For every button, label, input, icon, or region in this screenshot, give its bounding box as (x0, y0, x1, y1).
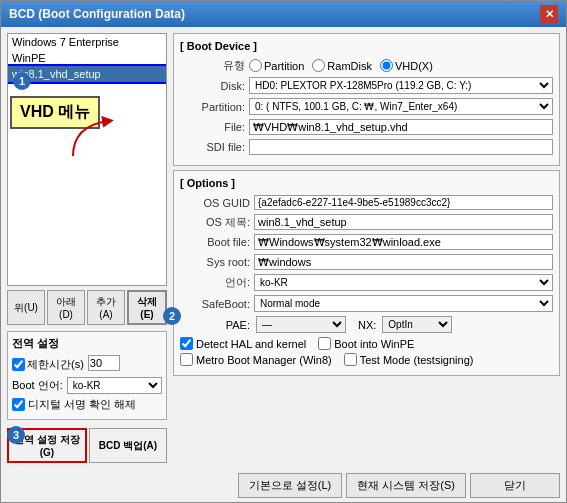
options-title: [ Options ] (180, 177, 553, 189)
sys-root-label: Sys root: (180, 256, 250, 268)
ramdisk-radio[interactable] (312, 59, 325, 72)
action-buttons: 기본으로 설정(L) 현재 시스템 저장(S) 닫기 (1, 469, 566, 502)
digital-sign-label: 디지털 서명 확인 해제 (28, 397, 136, 412)
language-label: 언어: (180, 275, 250, 290)
vhd-menu-label: VHD 메뉴 (10, 96, 100, 129)
vhd-radio[interactable] (380, 59, 393, 72)
sys-root-row: Sys root: (180, 254, 553, 270)
boot-winpe-label: Boot into WinPE (318, 337, 414, 350)
sys-root-input[interactable] (254, 254, 553, 270)
left-panel: Windows 7 Enterprise WinPE win8.1_vhd_se… (7, 33, 167, 463)
language-row: 언어: ko-KR (180, 274, 553, 291)
global-settings: 전역 설정 제한시간(s) Boot 언어: ko-KR (7, 331, 167, 420)
sdi-file-label: SDI file: (180, 141, 245, 153)
check-row-1: Detect HAL and kernel Boot into WinPE (180, 337, 553, 350)
metro-boot-checkbox[interactable] (180, 353, 193, 366)
test-mode-checkbox[interactable] (344, 353, 357, 366)
type-label: 유형 (180, 58, 245, 73)
disk-label: Disk: (180, 80, 245, 92)
timeout-checkbox[interactable] (12, 358, 25, 371)
os-title-input[interactable] (254, 214, 553, 230)
marker-3: 3 (7, 426, 25, 444)
partition-radio[interactable] (249, 59, 262, 72)
default-settings-button[interactable]: 기본으로 설정(L) (238, 473, 343, 498)
bcd-backup-button[interactable]: BCD 백업(A) (89, 428, 167, 463)
disk-row: Disk: HD0: PLEXTOR PX-128M5Pro (119.2 GB… (180, 77, 553, 94)
boot-file-input[interactable] (254, 234, 553, 250)
disk-select[interactable]: HD0: PLEXTOR PX-128M5Pro (119.2 GB, C: Y… (249, 77, 553, 94)
digital-sign-checkbox[interactable] (12, 398, 25, 411)
type-row: 유형 Partition RamDisk VHD(X) (180, 58, 553, 73)
close-button[interactable]: ✕ (540, 5, 558, 23)
partition-radio-label: Partition (249, 59, 304, 72)
nx-select[interactable]: OptIn (382, 316, 452, 333)
file-row: File: (180, 119, 553, 135)
ramdisk-radio-label: RamDisk (312, 59, 372, 72)
timeout-label-text: 제한시간(s) (27, 357, 84, 372)
boot-lang-select[interactable]: ko-KR (67, 377, 162, 394)
os-title-row: OS 제목: (180, 214, 553, 230)
ramdisk-label: RamDisk (327, 60, 372, 72)
sdi-file-input[interactable] (249, 139, 553, 155)
detect-hal-text: Detect HAL and kernel (196, 338, 306, 350)
check-row-2: Metro Boot Manager (Win8) Test Mode (tes… (180, 353, 553, 366)
boot-winpe-checkbox[interactable] (318, 337, 331, 350)
boot-item-winpe[interactable]: WinPE (8, 50, 166, 66)
boot-winpe-text: Boot into WinPE (334, 338, 414, 350)
vhd-label: VHD(X) (395, 60, 433, 72)
timeout-row: 제한시간(s) (12, 355, 162, 374)
pae-nx-row: PAE: — NX: OptIn (180, 316, 553, 333)
os-title-label: OS 제목: (180, 215, 250, 230)
pae-label: PAE: (180, 319, 250, 331)
partition-select[interactable]: 0: ( NTFS, 100.1 GB, C: ₩, Win7_Enter_x6… (249, 98, 553, 115)
boot-device-section: [ Boot Device ] 유형 Partition RamDisk (173, 33, 560, 166)
window-title: BCD (Boot Configuration Data) (9, 7, 185, 21)
language-select[interactable]: ko-KR (254, 274, 553, 291)
digital-sign-row: 디지털 서명 확인 해제 (12, 397, 162, 412)
os-guid-input[interactable] (254, 195, 553, 210)
options-section: [ Options ] OS GUID OS 제목: Boot file: (173, 170, 560, 376)
boot-lang-row: Boot 언어: ko-KR (12, 377, 162, 394)
partition-label: Partition: (180, 101, 245, 113)
boot-list[interactable]: Windows 7 Enterprise WinPE win8.1_vhd_se… (7, 33, 167, 286)
main-content: Windows 7 Enterprise WinPE win8.1_vhd_se… (1, 27, 566, 469)
sdi-file-row: SDI file: (180, 139, 553, 155)
boot-file-label: Boot file: (180, 236, 250, 248)
metro-boot-text: Metro Boot Manager (Win8) (196, 354, 332, 366)
main-window: BCD (Boot Configuration Data) ✕ Windows … (0, 0, 567, 503)
boot-item-win81[interactable]: win8.1_vhd_setup (8, 66, 166, 82)
nx-label: NX: (358, 319, 376, 331)
vhd-radio-label: VHD(X) (380, 59, 433, 72)
boot-item-win7[interactable]: Windows 7 Enterprise (8, 34, 166, 50)
type-radio-group: Partition RamDisk VHD(X) (249, 59, 553, 72)
boot-file-row: Boot file: (180, 234, 553, 250)
boot-lang-label: Boot 언어: (12, 378, 63, 393)
safeboot-select[interactable]: Normal mode (254, 295, 553, 312)
test-mode-label: Test Mode (testsigning) (344, 353, 474, 366)
safeboot-row: SafeBoot: Normal mode (180, 295, 553, 312)
partition-label: Partition (264, 60, 304, 72)
pae-select[interactable]: — (256, 316, 346, 333)
delete-button[interactable]: 삭제(E) (127, 290, 167, 325)
detect-hal-label: Detect HAL and kernel (180, 337, 306, 350)
up-button[interactable]: 위(U) (7, 290, 45, 325)
timeout-input[interactable] (88, 355, 120, 371)
save-current-button[interactable]: 현재 시스템 저장(S) (346, 473, 466, 498)
os-guid-row: OS GUID (180, 195, 553, 210)
os-guid-label: OS GUID (180, 197, 250, 209)
detect-hal-checkbox[interactable] (180, 337, 193, 350)
down-button[interactable]: 아래(D) (47, 290, 85, 325)
partition-row: Partition: 0: ( NTFS, 100.1 GB, C: ₩, Wi… (180, 98, 553, 115)
metro-boot-label: Metro Boot Manager (Win8) (180, 353, 332, 366)
file-input[interactable] (249, 119, 553, 135)
title-bar: BCD (Boot Configuration Data) ✕ (1, 1, 566, 27)
safeboot-label: SafeBoot: (180, 298, 250, 310)
add-button[interactable]: 추가(A) (87, 290, 125, 325)
right-panel: [ Boot Device ] 유형 Partition RamDisk (173, 33, 560, 463)
boot-device-title: [ Boot Device ] (180, 40, 553, 52)
test-mode-text: Test Mode (testsigning) (360, 354, 474, 366)
left-action-buttons: 위(U) 아래(D) 추가(A) 삭제(E) (7, 290, 167, 325)
close-action-button[interactable]: 닫기 (470, 473, 560, 498)
file-label: File: (180, 121, 245, 133)
marker-2: 2 (163, 307, 181, 325)
